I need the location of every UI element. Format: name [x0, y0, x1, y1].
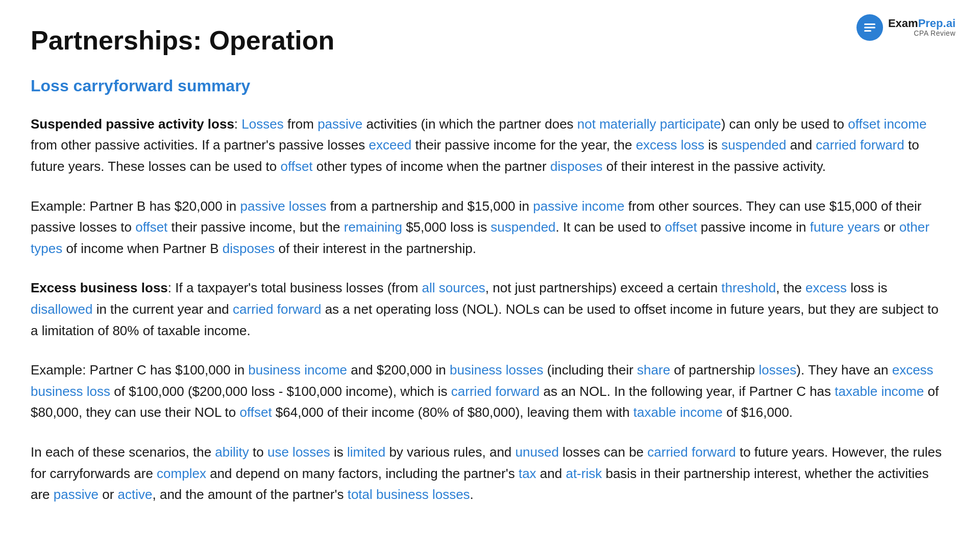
offset-income-link-1: offset income: [848, 116, 926, 132]
carried-forward-link-2: carried forward: [233, 302, 321, 317]
logo-prep: Prep.ai: [918, 17, 955, 30]
business-income-link: business income: [248, 362, 347, 378]
excess-business-term: Excess business loss: [31, 280, 168, 295]
offset-link-4: offset: [240, 405, 272, 420]
svg-rect-1: [864, 27, 875, 29]
active-link: active: [118, 487, 153, 502]
taxable-income-link-2: taxable income: [633, 405, 723, 420]
carried-forward-link-1: carried forward: [816, 137, 904, 153]
example-partner-b-block: Example: Partner B has $20,000 in passiv…: [31, 196, 949, 260]
suspended-passive-block: Suspended passive activity loss: Losses …: [31, 114, 949, 178]
share-link: share: [637, 362, 670, 378]
logo-main-text: ExamPrep.ai: [888, 18, 955, 29]
suspended-link-2: suspended: [491, 219, 555, 235]
logo-sub-text: CPA Review: [914, 29, 955, 37]
all-sources-link: all sources: [422, 280, 485, 295]
passive-losses-link: passive losses: [240, 198, 326, 214]
suspended-passive-text: Suspended passive activity loss: Losses …: [31, 114, 949, 178]
passive-link-1: passive: [317, 116, 362, 132]
use-losses-link: use losses: [267, 444, 330, 460]
exceed-link-1: exceed: [369, 137, 411, 153]
total-business-losses-link: total business losses: [348, 487, 470, 502]
passive-income-link-1: passive income: [533, 198, 624, 214]
svg-rect-2: [864, 30, 871, 32]
offset-link-1: offset: [280, 159, 312, 174]
carried-forward-link-4: carried forward: [647, 444, 736, 460]
excess-link-1: excess: [805, 280, 847, 295]
carried-forward-link-3: carried forward: [451, 384, 540, 399]
excess-loss-link-1: excess loss: [636, 137, 704, 153]
disallowed-link: disallowed: [31, 302, 92, 317]
losses-link-2: losses: [759, 362, 797, 378]
offset-link-3: offset: [665, 219, 697, 235]
suspended-term: Suspended passive activity loss: [31, 116, 234, 132]
example-partner-b-text: Example: Partner B has $20,000 in passiv…: [31, 196, 949, 260]
future-years-link: future years: [810, 219, 880, 235]
example-partner-c-text: Example: Partner C has $100,000 in busin…: [31, 360, 949, 423]
logo-text-group: ExamPrep.ai CPA Review: [888, 18, 955, 37]
offset-link-2: offset: [135, 219, 167, 235]
excess-business-text: Excess business loss: If a taxpayer's to…: [31, 278, 949, 341]
tax-link: tax: [519, 466, 536, 481]
logo-svg: [862, 20, 877, 35]
page-title: Partnerships: Operation: [31, 26, 949, 56]
section-title: Loss carryforward summary: [31, 77, 949, 95]
losses-link: Losses: [241, 116, 283, 132]
excess-business-block: Excess business loss: If a taxpayer's to…: [31, 278, 949, 341]
conclusion-text: In each of these scenarios, the ability …: [31, 442, 949, 506]
limited-link: limited: [347, 444, 385, 460]
svg-rect-0: [864, 23, 875, 25]
unused-link: unused: [516, 444, 559, 460]
taxable-income-link-1: taxable income: [835, 384, 924, 399]
remaining-link: remaining: [344, 219, 402, 235]
complex-link: complex: [157, 466, 206, 481]
logo-exam: Exam: [888, 17, 918, 30]
business-losses-link: business losses: [450, 362, 544, 378]
disposes-link-2: disposes: [223, 241, 275, 256]
suspended-link-1: suspended: [721, 137, 786, 153]
not-materially-participate-link: not materially participate: [577, 116, 721, 132]
passive-link-2: passive: [54, 487, 99, 502]
logo-icon: [856, 14, 883, 41]
logo-area: ExamPrep.ai CPA Review: [856, 14, 955, 41]
ability-link: ability: [215, 444, 249, 460]
at-risk-link: at-risk: [566, 466, 602, 481]
example-partner-c-block: Example: Partner C has $100,000 in busin…: [31, 360, 949, 423]
disposes-link-1: disposes: [550, 159, 603, 174]
conclusion-block: In each of these scenarios, the ability …: [31, 442, 949, 506]
threshold-link: threshold: [721, 280, 776, 295]
